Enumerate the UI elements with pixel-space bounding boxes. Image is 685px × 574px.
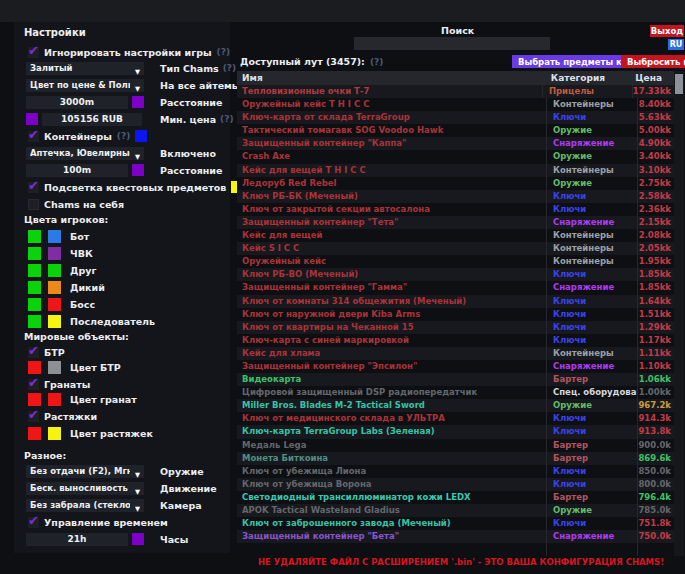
loot-row[interactable]: Miller Bros. Blades M-2 Tactical Sword О… [237, 399, 674, 412]
loot-row[interactable]: Оружейный кейс Контейнеры 1.95kk [237, 255, 674, 268]
color-swatch[interactable] [132, 96, 144, 108]
color-swatch[interactable] [48, 361, 61, 374]
loot-row[interactable]: Crash Axe Оружие 3.40kk [237, 150, 674, 163]
color-swatch-hidden[interactable] [48, 315, 61, 328]
esp-distance-input[interactable]: 3000m [26, 96, 128, 109]
loot-row[interactable]: Кейс для хлама Контейнеры 1.11kk [237, 347, 674, 360]
exit-button[interactable]: Выход [650, 25, 684, 37]
loot-row[interactable]: Ключ от заброшенного завода (Меченый) Кл… [237, 517, 674, 530]
ignore-game-settings-checkbox[interactable]: Игнорировать настройки игры (?) [28, 45, 226, 59]
time-control-checkbox[interactable]: Управление временем [28, 515, 226, 529]
loot-item-category: Ключи [547, 111, 638, 124]
tripwires-checkbox[interactable]: Растяжки [28, 409, 226, 423]
loot-row[interactable]: Защищенный контейнер "Тета" Снаряжение 2… [237, 216, 674, 229]
color-swatch-visible[interactable] [28, 264, 41, 277]
movement-select[interactable]: Беск. выносливость и нет уста [26, 482, 144, 495]
loot-row[interactable]: Видеокарта Бартер 1.06kk [237, 373, 674, 386]
loot-row[interactable]: Тактический томагавк SOG Voodoo Hawk Ору… [237, 124, 674, 137]
color-swatch-hidden[interactable] [48, 230, 61, 243]
grenades-checkbox[interactable]: Гранаты [28, 377, 226, 391]
loot-row[interactable]: Кейс S I C C Контейнеры 2.05kk [237, 242, 674, 255]
chams-type-select[interactable]: Залитый [26, 62, 144, 75]
color-swatch[interactable] [135, 130, 147, 142]
btr-checkbox[interactable]: БТР [28, 345, 226, 359]
scrollbar-thumb[interactable] [675, 74, 683, 94]
containers-checkbox[interactable]: Контейнеры (?) [28, 129, 226, 143]
loot-row[interactable]: Тепловизионные очки Т-7 Прицелы 17.33kk [237, 85, 674, 98]
color-swatch[interactable] [132, 164, 144, 176]
loot-row[interactable]: Ключ РБ-БК (Меченый) Ключи 2.58kk [237, 190, 674, 203]
checkbox-unchecked-icon[interactable] [28, 199, 39, 210]
loot-row[interactable]: Ключ от убежища Ворона Ключи 800.0k [237, 478, 674, 491]
color-swatch[interactable] [28, 427, 41, 440]
loot-row[interactable]: Ключ от закрытой секции автосалона Ключи… [237, 203, 674, 216]
color-swatch[interactable] [28, 361, 41, 374]
search-input[interactable] [354, 37, 550, 50]
loot-row[interactable]: Ледоруб Red Rebel Оружие 2.75kk [237, 177, 674, 190]
color-swatch[interactable] [26, 113, 38, 125]
color-swatch[interactable] [48, 393, 61, 406]
all-items-select[interactable]: Цвет по цене & Пользователь [26, 79, 144, 92]
color-swatch-hidden[interactable] [48, 298, 61, 311]
loot-row[interactable]: Цифровой защищенный DSP радиопередатчик … [237, 386, 674, 399]
loot-row[interactable]: Медаль Lega Бартер 900.0k [237, 439, 674, 452]
loot-row[interactable]: Ключ от медицинского склада в УЛЬТРА Клю… [237, 412, 674, 425]
loot-row[interactable]: Защищенный контейнер "Бета" Снаряжение 7… [237, 530, 674, 543]
loot-row[interactable]: Монета Биткоина Бартер 869.6k [237, 452, 674, 465]
color-swatch-visible[interactable] [28, 247, 41, 260]
color-swatch-hidden[interactable] [48, 264, 61, 277]
quest-items-checkbox[interactable]: Подсветка квестовых предметов [28, 180, 226, 194]
loot-row[interactable]: Ключ РБ-ВО (Меченый) Ключи 1.85kk [237, 268, 674, 281]
weapon-select[interactable]: Без отдачи (F2), Мгновенное п [26, 465, 144, 478]
loot-row[interactable]: Кейс для вещей Контейнеры 2.08kk [237, 229, 674, 242]
loot-item-category: Снаряжение [547, 360, 638, 373]
loot-row[interactable]: Защищенный контейнер "Каппа" Снаряжение … [237, 137, 674, 150]
color-swatch-hidden[interactable] [48, 247, 61, 260]
drop-all-button[interactable]: Выбросить все [621, 55, 685, 68]
color-swatch-visible[interactable] [28, 281, 41, 294]
color-swatch-hidden[interactable] [48, 281, 61, 294]
loot-row[interactable] [237, 543, 674, 556]
loot-item-price: 869.6k [638, 452, 674, 465]
loot-row[interactable]: Светодиодный трансиллюминатор кожи LEDX … [237, 491, 674, 504]
loot-row[interactable]: Защищенный контейнер "Эпсилон" Снаряжени… [237, 360, 674, 373]
scrollbar-track[interactable] [674, 71, 684, 556]
loot-row[interactable]: APOK Tactical Wasteland Gladius Оружие 7… [237, 504, 674, 517]
checkbox-checked-icon[interactable] [28, 517, 39, 528]
loot-row[interactable]: Ключ-карта TerraGroup Labs (Зеленая) Клю… [237, 425, 674, 438]
color-swatch[interactable] [48, 427, 61, 440]
column-category: Категория [545, 73, 635, 83]
checkbox-checked-icon[interactable] [28, 411, 39, 422]
loot-item-category [547, 543, 638, 556]
min-price-input[interactable]: 105156 RUB [42, 113, 142, 126]
loot-row[interactable]: Ключ от наружной двери Kiba Arms Ключи 1… [237, 308, 674, 321]
color-swatch[interactable] [132, 533, 144, 545]
loot-row[interactable]: Ключ от убежища Лиона Ключи 850.0k [237, 465, 674, 478]
loot-item-name: Цифровой защищенный DSP радиопередатчик [237, 386, 547, 399]
checkbox-checked-icon[interactable] [28, 47, 39, 58]
checkbox-checked-icon[interactable] [28, 347, 39, 358]
loot-distance-input[interactable]: 100m [26, 164, 128, 177]
checkbox-checked-icon[interactable] [28, 182, 39, 193]
camera-select[interactable]: Без забрала (стекло шлема) [26, 499, 144, 512]
loot-row[interactable]: Ключ от комнаты 314 общежития (Меченый) … [237, 295, 674, 308]
loot-item-category: Спец. оборудование [547, 386, 638, 399]
loot-filter-select[interactable]: Аптечка, Ювелирные и... [26, 147, 144, 160]
loot-row[interactable]: Кейс для вещей T H I C C Контейнеры 3.10… [237, 164, 674, 177]
color-swatch[interactable] [28, 393, 41, 406]
loot-row[interactable]: Ключ-карта от склада TerraGroup Ключи 5.… [237, 111, 674, 124]
color-swatch-visible[interactable] [28, 298, 41, 311]
checkbox-checked-icon[interactable] [28, 131, 39, 142]
loot-item-category: Ключи [547, 203, 638, 216]
language-button[interactable]: RU [668, 39, 684, 50]
loot-row[interactable]: Ключ от квартиры на Чеканной 15 Ключи 1.… [237, 321, 674, 334]
loot-row[interactable]: Защищенный контейнер "Гамма" Снаряжение … [237, 281, 674, 294]
loot-row[interactable]: Оружейный кейс T H I C C Контейнеры 8.40… [237, 98, 674, 111]
loot-row[interactable]: Ключ-карта с синей маркировкой Ключи 1.1… [237, 334, 674, 347]
hours-input[interactable]: 21h [26, 533, 128, 546]
checkbox-checked-icon[interactable] [28, 379, 39, 390]
chams-self-checkbox[interactable]: Chams на себя [28, 197, 226, 211]
color-swatch-visible[interactable] [28, 230, 41, 243]
color-swatch-visible[interactable] [28, 315, 41, 328]
loot-item-category: Ключи [547, 412, 638, 425]
